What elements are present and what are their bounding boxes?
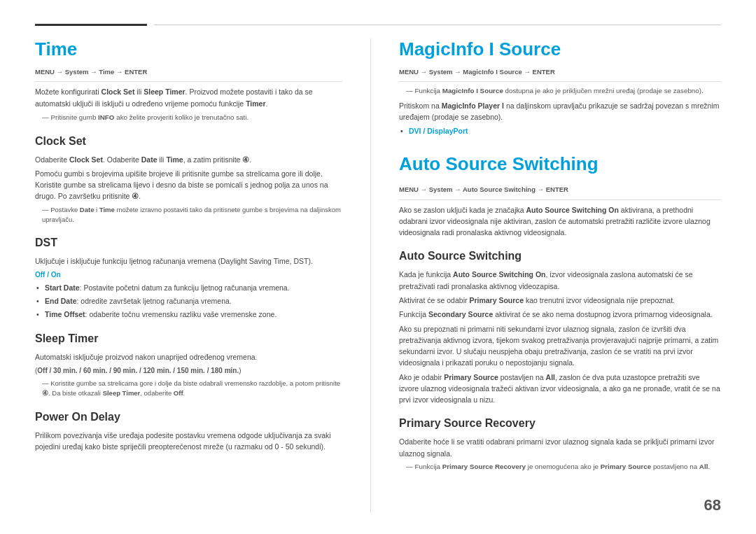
dst-body: Uključuje i isključuje funkciju ljetnog …	[35, 255, 342, 267]
clock-set-note: Postavke Date i Time možete izravno post…	[35, 205, 342, 225]
auto-source-p1: Kada je funkcija Auto Source Switching O…	[399, 269, 721, 292]
sleep-timer-body: Automatski isključuje proizvod nakon una…	[35, 351, 342, 363]
power-on-delay-title: Power On Delay	[35, 409, 342, 426]
sleep-timer-options: (Off / 30 min. / 60 min. / 90 min. / 120…	[35, 365, 342, 376]
dst-bullet-1: Start Date: Postavite početni datum za f…	[35, 283, 342, 294]
primary-source-recovery-title: Primary Source Recovery	[399, 415, 721, 432]
sleep-timer-note: Koristite gumbe sa strelicama gore i dol…	[35, 379, 342, 399]
primary-source-p1: Odaberite hoće li se vratiti odabrani pr…	[399, 436, 721, 459]
dst-title: DST	[35, 234, 342, 251]
auto-source-p2: Aktivirat će se odabir Primary Source ka…	[399, 295, 721, 306]
auto-source-menu-path: MENU → System → Auto Source Switching → …	[399, 185, 721, 199]
main-columns: Time MENU → System → Time → ENTER Možete…	[35, 38, 721, 513]
time-intro: Možete konfigurirati Clock Set ili Sleep…	[35, 86, 342, 109]
dst-off-on: Off / On	[35, 269, 342, 280]
clock-set-body1: Odaberite Clock Set. Odaberite Date ili …	[35, 154, 342, 165]
time-menu-path: MENU → System → Time → ENTER	[35, 67, 342, 82]
dst-bullet-2: End Date: odredite završetak ljetnog rač…	[35, 296, 342, 307]
auto-source-switching-section: Auto Source Switching MENU → System → Au…	[399, 150, 721, 472]
magicinfo-section: MagicInfo I Source MENU → System → Magic…	[399, 38, 721, 136]
page: Time MENU → System → Time → ENTER Možete…	[0, 0, 756, 534]
auto-source-switching-title: Auto Source Switching	[399, 150, 721, 178]
sleep-timer-title: Sleep Timer	[35, 330, 342, 347]
auto-source-p4: Ako su prepoznati ni primarni niti sekun…	[399, 323, 721, 369]
left-column: Time MENU → System → Time → ENTER Možete…	[35, 38, 371, 513]
magicinfo-body: Pritiskom na MagicInfo Player I na dalji…	[399, 100, 721, 123]
time-note: Pritisnite gumb INFO ako želite provjeri…	[35, 113, 342, 123]
auto-source-p5: Ako je odabir Primary Source postavljen …	[399, 372, 721, 406]
separator-line	[154, 24, 721, 25]
time-title: Time	[35, 38, 342, 60]
primary-source-note: Funkcija Primary Source Recovery je onem…	[399, 462, 721, 472]
auto-source-switching-subtitle: Auto Source Switching	[399, 248, 721, 265]
auto-source-intro: Ako se zaslon uključi kada je značajka A…	[399, 204, 721, 239]
top-separator	[35, 21, 721, 26]
magicinfo-note1: Funkcija MagicInfo I Source dostupna je …	[399, 86, 721, 97]
power-on-delay-body: Prilikom povezivanja više uređaja podesi…	[35, 430, 342, 453]
page-number: 68	[704, 493, 721, 517]
auto-source-p3: Funkcija Secondary Source aktivirat će s…	[399, 309, 721, 320]
accent-bar	[35, 24, 147, 26]
right-column: MagicInfo I Source MENU → System → Magic…	[371, 38, 721, 513]
clock-set-title: Clock Set	[35, 133, 342, 150]
magicinfo-bullet-dvi: DVI / DisplayPort	[399, 126, 721, 137]
magicinfo-menu-path: MENU → System → MagicInfo I Source → ENT…	[399, 67, 721, 82]
magicinfo-title: MagicInfo I Source	[399, 38, 721, 60]
clock-set-body2: Pomoću gumbi s brojevima upišite brojeve…	[35, 168, 342, 202]
dst-bullet-3: Time Offset: odaberite točnu vremensku r…	[35, 309, 342, 321]
